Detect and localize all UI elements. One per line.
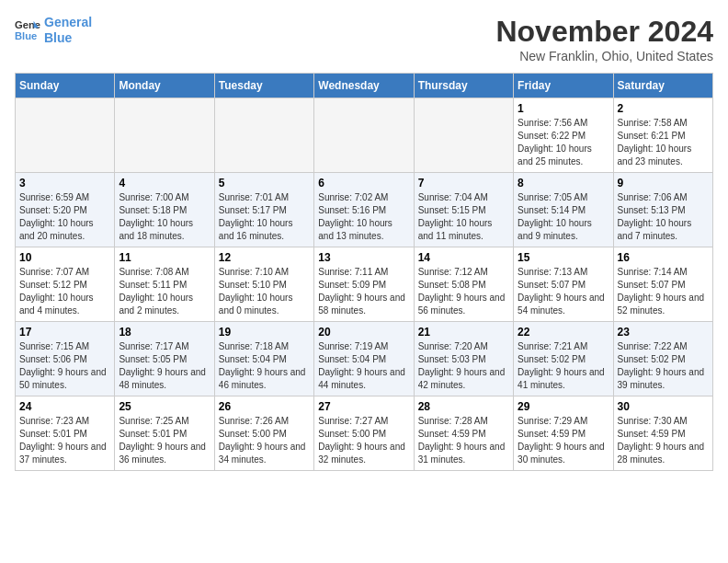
day-number: 26 <box>219 400 310 413</box>
day-number: 2 <box>618 102 709 115</box>
day-number: 13 <box>318 251 409 264</box>
day-number: 1 <box>518 102 609 115</box>
calendar-cell: 7Sunrise: 7:04 AM Sunset: 5:15 PM Daylig… <box>414 173 513 247</box>
day-detail: Sunrise: 7:26 AM Sunset: 5:00 PM Dayligh… <box>219 415 310 466</box>
day-detail: Sunrise: 7:23 AM Sunset: 5:01 PM Dayligh… <box>19 415 110 466</box>
calendar-cell: 27Sunrise: 7:27 AM Sunset: 5:00 PM Dayli… <box>314 396 414 471</box>
weekday-header-sunday: Sunday <box>16 74 115 98</box>
week-row-4: 17Sunrise: 7:15 AM Sunset: 5:06 PM Dayli… <box>16 322 713 396</box>
calendar-cell: 9Sunrise: 7:06 AM Sunset: 5:13 PM Daylig… <box>613 173 712 247</box>
calendar-cell: 18Sunrise: 7:17 AM Sunset: 5:05 PM Dayli… <box>115 322 214 396</box>
day-number: 20 <box>318 326 409 339</box>
calendar-cell: 23Sunrise: 7:22 AM Sunset: 5:02 PM Dayli… <box>613 322 712 396</box>
location: New Franklin, Ohio, United States <box>495 49 713 63</box>
weekday-header-saturday: Saturday <box>613 74 712 98</box>
calendar-cell: 10Sunrise: 7:07 AM Sunset: 5:12 PM Dayli… <box>16 247 115 322</box>
calendar-cell: 20Sunrise: 7:19 AM Sunset: 5:04 PM Dayli… <box>314 322 414 396</box>
calendar-cell: 24Sunrise: 7:23 AM Sunset: 5:01 PM Dayli… <box>16 396 115 471</box>
logo-icon: General Blue <box>15 17 40 43</box>
calendar-cell: 29Sunrise: 7:29 AM Sunset: 4:59 PM Dayli… <box>514 396 613 471</box>
calendar-cell <box>214 98 313 173</box>
page-header: General Blue GeneralBlue November 2024 N… <box>15 15 713 63</box>
day-detail: Sunrise: 7:10 AM Sunset: 5:10 PM Dayligh… <box>219 266 310 317</box>
day-detail: Sunrise: 7:21 AM Sunset: 5:02 PM Dayligh… <box>518 340 609 392</box>
day-detail: Sunrise: 7:17 AM Sunset: 5:05 PM Dayligh… <box>119 340 210 392</box>
day-number: 25 <box>119 400 210 413</box>
day-number: 5 <box>219 177 310 190</box>
week-row-5: 24Sunrise: 7:23 AM Sunset: 5:01 PM Dayli… <box>16 396 713 471</box>
calendar-cell: 26Sunrise: 7:26 AM Sunset: 5:00 PM Dayli… <box>214 396 313 471</box>
day-number: 9 <box>618 177 709 190</box>
day-number: 27 <box>318 400 409 413</box>
svg-text:Blue: Blue <box>15 30 37 41</box>
day-detail: Sunrise: 6:59 AM Sunset: 5:20 PM Dayligh… <box>19 191 110 243</box>
day-number: 11 <box>119 251 210 264</box>
calendar-cell: 5Sunrise: 7:01 AM Sunset: 5:17 PM Daylig… <box>214 173 313 247</box>
day-number: 28 <box>418 400 509 413</box>
day-number: 7 <box>418 177 509 190</box>
day-number: 4 <box>119 177 210 190</box>
week-row-3: 10Sunrise: 7:07 AM Sunset: 5:12 PM Dayli… <box>16 247 713 322</box>
calendar: SundayMondayTuesdayWednesdayThursdayFrid… <box>15 73 713 471</box>
day-number: 22 <box>518 326 609 339</box>
day-number: 14 <box>418 251 509 264</box>
day-detail: Sunrise: 7:12 AM Sunset: 5:08 PM Dayligh… <box>418 266 509 317</box>
day-number: 10 <box>19 251 110 264</box>
day-number: 18 <box>119 326 210 339</box>
day-number: 3 <box>19 177 110 190</box>
day-detail: Sunrise: 7:08 AM Sunset: 5:11 PM Dayligh… <box>119 266 210 317</box>
day-number: 23 <box>618 326 709 339</box>
month-title: November 2024 <box>495 15 713 49</box>
day-detail: Sunrise: 7:27 AM Sunset: 5:00 PM Dayligh… <box>318 415 409 466</box>
day-detail: Sunrise: 7:14 AM Sunset: 5:07 PM Dayligh… <box>618 266 709 317</box>
day-number: 12 <box>219 251 310 264</box>
weekday-header-row: SundayMondayTuesdayWednesdayThursdayFrid… <box>16 74 713 98</box>
weekday-header-friday: Friday <box>514 74 613 98</box>
day-detail: Sunrise: 7:13 AM Sunset: 5:07 PM Dayligh… <box>518 266 609 317</box>
calendar-cell: 13Sunrise: 7:11 AM Sunset: 5:09 PM Dayli… <box>314 247 414 322</box>
day-number: 8 <box>518 177 609 190</box>
day-detail: Sunrise: 7:58 AM Sunset: 6:21 PM Dayligh… <box>618 117 709 168</box>
day-detail: Sunrise: 7:07 AM Sunset: 5:12 PM Dayligh… <box>19 266 110 317</box>
day-detail: Sunrise: 7:22 AM Sunset: 5:02 PM Dayligh… <box>618 340 709 392</box>
calendar-cell: 30Sunrise: 7:30 AM Sunset: 4:59 PM Dayli… <box>613 396 712 471</box>
calendar-cell: 25Sunrise: 7:25 AM Sunset: 5:01 PM Dayli… <box>115 396 214 471</box>
day-number: 19 <box>219 326 310 339</box>
calendar-cell <box>414 98 513 173</box>
day-detail: Sunrise: 7:25 AM Sunset: 5:01 PM Dayligh… <box>119 415 210 466</box>
weekday-header-tuesday: Tuesday <box>214 74 313 98</box>
calendar-cell: 21Sunrise: 7:20 AM Sunset: 5:03 PM Dayli… <box>414 322 513 396</box>
calendar-cell: 12Sunrise: 7:10 AM Sunset: 5:10 PM Dayli… <box>214 247 313 322</box>
calendar-cell <box>16 98 115 173</box>
day-detail: Sunrise: 7:01 AM Sunset: 5:17 PM Dayligh… <box>219 191 310 243</box>
day-number: 24 <box>19 400 110 413</box>
day-number: 17 <box>19 326 110 339</box>
day-number: 30 <box>618 400 709 413</box>
day-detail: Sunrise: 7:11 AM Sunset: 5:09 PM Dayligh… <box>318 266 409 317</box>
day-number: 15 <box>518 251 609 264</box>
day-detail: Sunrise: 7:20 AM Sunset: 5:03 PM Dayligh… <box>418 340 509 392</box>
calendar-cell: 19Sunrise: 7:18 AM Sunset: 5:04 PM Dayli… <box>214 322 313 396</box>
calendar-cell: 4Sunrise: 7:00 AM Sunset: 5:18 PM Daylig… <box>115 173 214 247</box>
day-detail: Sunrise: 7:30 AM Sunset: 4:59 PM Dayligh… <box>618 415 709 466</box>
calendar-cell: 22Sunrise: 7:21 AM Sunset: 5:02 PM Dayli… <box>514 322 613 396</box>
calendar-cell: 28Sunrise: 7:28 AM Sunset: 4:59 PM Dayli… <box>414 396 513 471</box>
day-detail: Sunrise: 7:18 AM Sunset: 5:04 PM Dayligh… <box>219 340 310 392</box>
calendar-cell: 6Sunrise: 7:02 AM Sunset: 5:16 PM Daylig… <box>314 173 414 247</box>
day-number: 21 <box>418 326 509 339</box>
day-number: 6 <box>318 177 409 190</box>
calendar-cell: 11Sunrise: 7:08 AM Sunset: 5:11 PM Dayli… <box>115 247 214 322</box>
day-detail: Sunrise: 7:28 AM Sunset: 4:59 PM Dayligh… <box>418 415 509 466</box>
calendar-cell <box>314 98 414 173</box>
calendar-cell: 1Sunrise: 7:56 AM Sunset: 6:22 PM Daylig… <box>514 98 613 173</box>
weekday-header-wednesday: Wednesday <box>314 74 414 98</box>
logo-text: GeneralBlue <box>44 15 92 46</box>
day-detail: Sunrise: 7:04 AM Sunset: 5:15 PM Dayligh… <box>418 191 509 243</box>
calendar-cell: 16Sunrise: 7:14 AM Sunset: 5:07 PM Dayli… <box>613 247 712 322</box>
week-row-1: 1Sunrise: 7:56 AM Sunset: 6:22 PM Daylig… <box>16 98 713 173</box>
day-detail: Sunrise: 7:19 AM Sunset: 5:04 PM Dayligh… <box>318 340 409 392</box>
day-number: 16 <box>618 251 709 264</box>
day-detail: Sunrise: 7:00 AM Sunset: 5:18 PM Dayligh… <box>119 191 210 243</box>
weekday-header-monday: Monday <box>115 74 214 98</box>
day-detail: Sunrise: 7:06 AM Sunset: 5:13 PM Dayligh… <box>618 191 709 243</box>
